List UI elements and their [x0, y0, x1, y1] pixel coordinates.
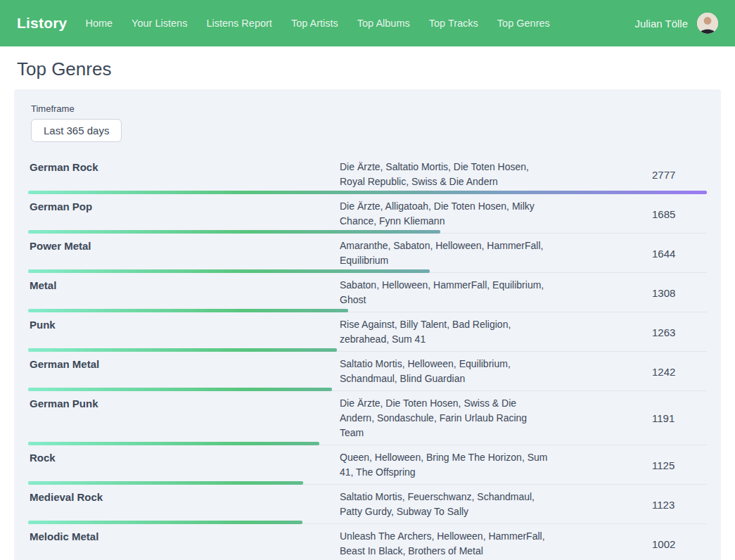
genre-artists: Queen, Helloween, Bring Me The Horizon, … [340, 450, 552, 480]
top-navbar: Listory HomeYour ListensListens ReportTo… [0, 0, 735, 46]
avatar-photo-placeholder [697, 13, 718, 34]
app-logo[interactable]: Listory [17, 15, 67, 32]
genre-name: Power Metal [28, 238, 340, 252]
nav-item-listens-report[interactable]: Listens Report [206, 18, 272, 29]
genre-count: 1644 [651, 248, 707, 260]
genre-name: German Pop [28, 199, 340, 212]
user-area: Julian Tölle [634, 13, 718, 34]
genre-count: 1242 [651, 366, 707, 378]
genre-row: German PopDie Ärzte, Alligatoah, Die Tot… [28, 194, 707, 234]
nav-item-your-listens[interactable]: Your Listens [132, 18, 187, 29]
genre-row: Melodic MetalUnleash The Archers, Hellow… [28, 524, 707, 560]
timeframe-filter: Timeframe Last 365 days [31, 103, 707, 142]
nav-item-top-tracks[interactable]: Top Tracks [429, 18, 478, 29]
genre-count: 1123 [651, 499, 707, 511]
genre-count: 1125 [651, 459, 707, 471]
genre-artists: Amaranthe, Sabaton, Helloween, HammerFal… [340, 238, 552, 268]
genre-artists: Sabaton, Helloween, HammerFall, Equilibr… [340, 278, 552, 307]
genre-name: German Punk [28, 396, 340, 409]
genre-artists: Rise Against, Billy Talent, Bad Religion… [340, 317, 552, 347]
genre-artists: Die Ärzte, Alligatoah, Die Toten Hosen, … [340, 199, 552, 229]
page-title: Top Genres [17, 58, 735, 80]
genre-artists: Saltatio Mortis, Helloween, Equilibrium,… [340, 357, 552, 386]
genre-row: RockQueen, Helloween, Bring Me The Horiz… [28, 445, 707, 485]
genre-count: 1308 [651, 287, 707, 299]
top-genres-card: Timeframe Last 365 days German RockDie Ä… [14, 89, 721, 560]
genre-artists: Unleash The Archers, Helloween, HammerFa… [340, 529, 552, 559]
genre-count: 1002 [651, 538, 707, 550]
genre-artists: Die Ärzte, Die Toten Hosen, Swiss & Die … [340, 396, 552, 440]
timeframe-label: Timeframe [31, 103, 707, 114]
genre-row: Medieval RockSaltatio Mortis, Feuerschwa… [28, 485, 707, 524]
genre-row: PunkRise Against, Billy Talent, Bad Reli… [28, 312, 707, 352]
genre-name: Melodic Metal [28, 529, 340, 542]
genre-artists: Saltatio Mortis, Feuerschwanz, Schandmau… [340, 490, 552, 519]
nav-item-top-artists[interactable]: Top Artists [291, 18, 338, 29]
genre-count: 1685 [651, 208, 707, 220]
genre-count: 1191 [651, 412, 707, 424]
user-avatar[interactable] [697, 13, 718, 34]
main-content: Top Genres Timeframe Last 365 days Germa… [0, 58, 735, 560]
genre-row: German PunkDie Ärzte, Die Toten Hosen, S… [28, 391, 707, 445]
nav-item-home[interactable]: Home [85, 18, 113, 29]
genre-table: German RockDie Ärzte, Saltatio Mortis, D… [28, 155, 707, 560]
genre-name: Rock [28, 450, 340, 464]
genre-name: Medieval Rock [28, 490, 340, 503]
genre-name: Metal [28, 278, 340, 291]
genre-row: German RockDie Ärzte, Saltatio Mortis, D… [28, 155, 707, 194]
genre-row: Power MetalAmaranthe, Sabaton, Helloween… [28, 234, 707, 273]
nav-item-top-albums[interactable]: Top Albums [357, 18, 410, 29]
genre-count: 1263 [651, 326, 707, 338]
genre-row: MetalSabaton, Helloween, HammerFall, Equ… [28, 273, 707, 312]
genre-name: German Metal [28, 357, 340, 370]
genre-artists: Die Ärzte, Saltatio Mortis, Die Toten Ho… [340, 160, 552, 189]
nav-item-top-genres[interactable]: Top Genres [497, 18, 550, 29]
main-navigation: HomeYour ListensListens ReportTop Artist… [85, 18, 634, 29]
genre-name: Punk [28, 317, 340, 331]
genre-count: 2777 [651, 169, 707, 181]
timeframe-select[interactable]: Last 365 days [31, 119, 122, 142]
genre-name: German Rock [28, 160, 340, 173]
user-name: Julian Tölle [634, 18, 688, 30]
genre-row: German MetalSaltatio Mortis, Helloween, … [28, 352, 707, 391]
